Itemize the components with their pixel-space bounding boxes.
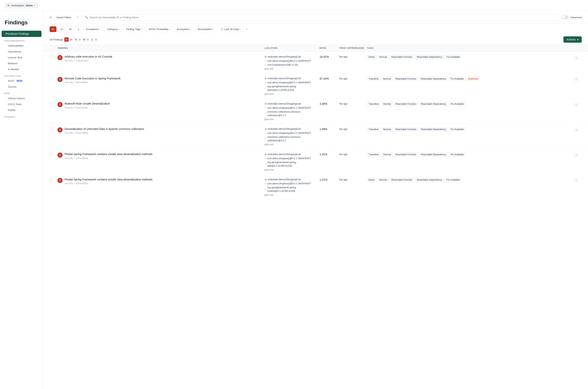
- row-3-repo[interactable]: endorlabs-demos/ShoppingCart: [268, 102, 301, 105]
- row-5-dep1[interactable]: com.demo:shopieasy@0.0.1-SNAPSHOT: [267, 157, 311, 160]
- exceptions-label: Exceptions: [86, 28, 99, 31]
- remediation-label: Remediation: [198, 28, 212, 31]
- github-icon: ⊙: [265, 127, 267, 131]
- row-6-dep1[interactable]: com.demo:shopieasy@0.0.1-SNAPSHOT: [267, 182, 311, 185]
- row-6-dep2[interactable]: org.springframework:spring-context@4.3.1…: [267, 186, 320, 193]
- filters-bar: ⊜ Saved Filters ↑ 🔍 Advanced: [43, 11, 588, 24]
- row-5-expand[interactable]: ⊡: [574, 153, 579, 158]
- toggle-switch[interactable]: [562, 15, 569, 19]
- row-4-checkbox[interactable]: [50, 127, 57, 131]
- row-2-checkbox[interactable]: [50, 77, 57, 80]
- row-4-repo[interactable]: endorlabs-demos/ShoppingCart: [268, 127, 301, 131]
- sidebar-item-license-risk[interactable]: License Risk: [1, 55, 41, 60]
- epss-probability-chip[interactable]: EPSS Probability ▾: [146, 26, 173, 32]
- remediation-chevron: ▾: [213, 28, 214, 30]
- page-title: Findings: [0, 16, 43, 31]
- sidebar-item-vulnerabilities[interactable]: Vulnerabilities: [1, 43, 41, 49]
- exceptions-chip[interactable]: Exceptions ▾: [84, 26, 103, 32]
- row-2-repo[interactable]: endorlabs-demos/ShoppingCart: [268, 77, 301, 80]
- row-6-expand[interactable]: ⊡: [574, 178, 579, 183]
- namespace-selector[interactable]: ⊞ namespace: demo ▾: [5, 2, 37, 8]
- row-5-introduced: 5w ago: [339, 152, 367, 156]
- check-icon-2: ✓: [265, 188, 266, 191]
- row-6-severity-badge: C: [57, 178, 63, 183]
- row-3-dep1[interactable]: com.demo:shopieasy@0.0.1-SNAPSHOT: [267, 106, 311, 110]
- row-5-dep2[interactable]: org.springframework:spring-web@4.3.18.RE…: [267, 161, 320, 168]
- severity-h-chip[interactable]: H: [58, 26, 65, 32]
- row-2-dep1[interactable]: com.demo:shopieasy@0.0.1-SNAPSHOT: [267, 81, 311, 84]
- sidebar-item-prioritized-findings[interactable]: Prioritized Findings: [1, 31, 41, 37]
- table-row: C Remote Code Execution in Spring Framew…: [43, 73, 588, 99]
- sidebar-item-operational[interactable]: Operational: [1, 49, 41, 54]
- row-3-finding-name[interactable]: Mulesoft Mule Unsafe Deserialization: [65, 102, 110, 106]
- sidebar-item-ai-models[interactable]: AI Models: [1, 66, 41, 72]
- github-icon: ⊙: [265, 152, 267, 156]
- row-3-expand[interactable]: ⊡: [574, 102, 579, 107]
- row-3-severity-badge: C: [57, 102, 63, 107]
- tag-fix-available: Fix Available: [449, 102, 466, 106]
- sidebar-item-rspm[interactable]: RSPM: [1, 107, 41, 113]
- row-5-repo[interactable]: endorlabs-demos/ShoppingCart: [268, 153, 301, 156]
- th-tags: Tags: [367, 47, 574, 50]
- actions-chevron-icon: ▾: [577, 38, 579, 41]
- sidebar-item-secrets[interactable]: Secrets: [1, 84, 41, 90]
- row-1-severity-badge: C: [57, 55, 63, 60]
- row-1-dep2[interactable]: com.h2database:h2@1.4.191: [267, 63, 298, 67]
- tag-normal: Normal: [381, 77, 393, 81]
- finding-tags-chevron: ▾: [141, 28, 142, 30]
- row-1-checkbox[interactable]: [50, 55, 57, 58]
- c-count: 16: [70, 38, 72, 41]
- row-3-checkbox[interactable]: [50, 102, 57, 105]
- category-chip[interactable]: Category ▾: [105, 26, 122, 32]
- sidebar-item-malware[interactable]: Malware: [1, 61, 41, 66]
- app-container: ⊞ namespace: demo ▾ Findings Prioritized…: [0, 0, 588, 389]
- sidebar-item-sast[interactable]: SAST BETA: [1, 78, 41, 84]
- row-2-dep2[interactable]: org.springframework:spring-beans@4.3.18.…: [267, 85, 320, 92]
- remediation-chip[interactable]: Remediation ▾: [195, 26, 216, 32]
- severity-c-chip[interactable]: C: [50, 26, 56, 32]
- severity-m-chip[interactable]: M: [67, 26, 74, 32]
- advanced-toggle[interactable]: Advanced: [562, 15, 582, 19]
- row-4-expand[interactable]: ⊡: [574, 128, 579, 132]
- row-5-finding-meta: Security • Vulnerability: [65, 157, 152, 160]
- last-30-days-chip[interactable]: 🕐 Last 30 Days ▾: [218, 26, 244, 32]
- table-row: C Deserialization of Untrusted Data in A…: [43, 124, 588, 149]
- exceptions-chevron: ▾: [99, 28, 100, 30]
- ecosystem-chevron: ▾: [190, 28, 191, 30]
- row-4-dep2[interactable]: commons-collections:commons-collections@…: [267, 135, 320, 142]
- tag-transitive: Transitive: [367, 127, 381, 131]
- row-5-finding-name[interactable]: Pivotal Spring Framework contains unsafe…: [65, 152, 152, 156]
- row-3-dep2[interactable]: commons-collections:commons-collections@…: [267, 110, 320, 117]
- row-2-finding-name[interactable]: Remote Code Execution in Spring Framewor…: [65, 77, 121, 81]
- row-1-introduced: 5w ago: [339, 55, 367, 58]
- sidebar-item-cicd-tools[interactable]: CI/CD Tools: [1, 101, 41, 107]
- row-2-expand[interactable]: ⊡: [574, 77, 579, 82]
- content-area: ⊜ Saved Filters ↑ 🔍 Advanced: [43, 11, 588, 389]
- tag-reachable-dep: Reachable Dependency: [415, 178, 444, 182]
- finding-tags-chip[interactable]: Finding Tags ▾: [123, 26, 145, 32]
- row-1-repo[interactable]: endorlabs-demos/ShoppingCart: [268, 55, 301, 59]
- results-info: 16 Findings C 16 H 0 M 0 L: [50, 37, 97, 42]
- row-4-dep1[interactable]: com.demo:shopieasy@0.0.1-SNAPSHOT: [267, 131, 311, 135]
- upload-icon[interactable]: ↑: [75, 14, 79, 20]
- row-6-checkbox[interactable]: [50, 178, 57, 181]
- row-1-expand[interactable]: ⊡: [574, 55, 579, 60]
- row-1-finding-name[interactable]: Arbitrary code execution in H2 Console: [65, 55, 112, 59]
- malware-label: Malware: [8, 62, 18, 65]
- clear-filters-button[interactable]: ✕: [246, 28, 248, 31]
- ecosystem-chip[interactable]: Ecosystem ▾: [174, 26, 194, 32]
- severity-l-chip[interactable]: L: [75, 26, 82, 32]
- search-input[interactable]: [90, 16, 556, 19]
- row-4-file: pom.xml: [265, 143, 320, 146]
- saved-filters-button[interactable]: Saved Filters: [54, 15, 73, 20]
- row-6-repo[interactable]: endorlabs-demos/ShoppingCart: [268, 178, 301, 181]
- row-5-checkbox[interactable]: [50, 152, 57, 156]
- row-5-epss: 1.01%: [320, 152, 339, 156]
- sidebar-item-github-actions[interactable]: GitHub Actions: [1, 96, 41, 101]
- row-4-finding-name[interactable]: Deserialization of Untrusted Data in Apa…: [65, 127, 144, 131]
- check-icon-2: ✓: [265, 137, 266, 141]
- actions-button[interactable]: Actions ▾: [563, 36, 582, 43]
- row-1-dep1[interactable]: com.demo:shopieasy@0.0.1-SNAPSHOT: [267, 59, 311, 63]
- row-6-finding-name[interactable]: Pivotal Spring Framework contains unsafe…: [65, 178, 152, 182]
- category-label: Category: [107, 28, 117, 31]
